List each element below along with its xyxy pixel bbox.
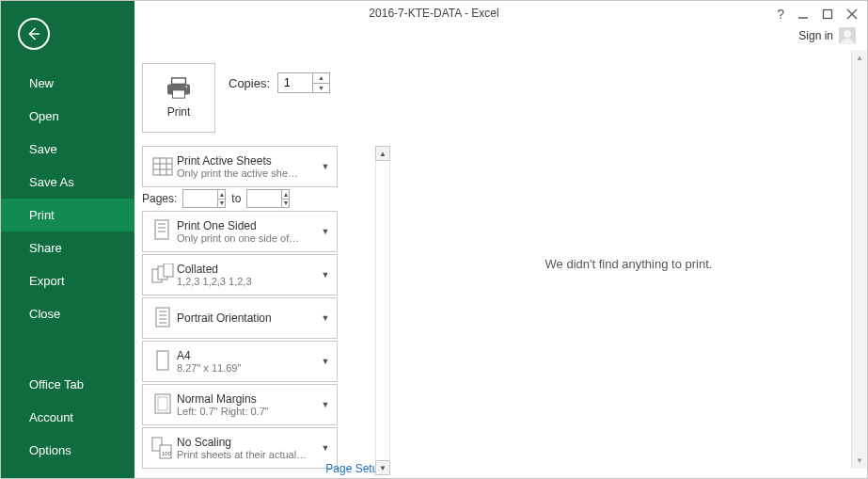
opt-title: Normal Margins (177, 392, 320, 406)
chevron-down-icon: ▼ (320, 227, 331, 236)
backstage-sidebar: New Open Save Save As Print Share Export… (1, 1, 134, 478)
menu-account[interactable]: Account (1, 401, 134, 434)
copies-input[interactable] (278, 73, 312, 92)
scroll-track[interactable] (375, 161, 390, 460)
printer-icon (165, 77, 193, 100)
spin-down-icon[interactable]: ▼ (282, 200, 289, 208)
opt-scaling[interactable]: 100 No Scaling Print sheets at their act… (142, 427, 338, 469)
copies-label: Copies: (229, 76, 270, 90)
pages-row: Pages: ▲▼ to ▲▼ (142, 189, 290, 208)
margins-icon (149, 391, 177, 419)
pages-to-input[interactable] (247, 190, 281, 207)
opt-print-active-sheets[interactable]: Print Active Sheets Only print the activ… (142, 146, 338, 187)
print-settings-panel: Print Copies: ▲ ▼ Print Active Sheets On… (134, 50, 390, 478)
opt-sub: Only print the active she… (177, 168, 320, 179)
preview-scrollbar[interactable]: ▲ ▼ (851, 50, 867, 469)
preview-empty-message: We didn't find anything to print. (545, 257, 713, 271)
page-icon (149, 347, 177, 375)
opt-title: Print One Sided (177, 219, 320, 232)
back-button[interactable] (18, 18, 50, 50)
pages-to-label: to (231, 192, 241, 205)
svg-rect-28 (158, 397, 167, 410)
spin-down-icon[interactable]: ▼ (313, 84, 329, 93)
collated-icon (149, 261, 177, 289)
opt-orientation[interactable]: Portrait Orientation ▼ (142, 297, 338, 339)
opt-sub: 8.27" x 11.69" (177, 362, 320, 374)
opt-title: No Scaling (177, 436, 320, 449)
print-button-label: Print (167, 105, 191, 119)
opt-title: Collated (177, 263, 320, 276)
chevron-down-icon: ▼ (320, 313, 331, 323)
svg-point-8 (185, 86, 187, 88)
svg-rect-14 (155, 220, 168, 239)
scroll-up-icon[interactable]: ▲ (852, 50, 867, 66)
settings-scrollbar[interactable]: ▲ ▼ (375, 146, 390, 475)
scroll-down-icon[interactable]: ▼ (852, 453, 867, 469)
svg-rect-20 (164, 263, 173, 277)
window-controls: ? (777, 7, 858, 22)
opt-title: A4 (177, 349, 320, 362)
pages-from-input[interactable] (183, 190, 217, 207)
menu-new[interactable]: New (1, 67, 134, 100)
svg-rect-5 (172, 78, 186, 84)
pages-from-spinner[interactable]: ▲▼ (182, 189, 226, 208)
help-icon[interactable]: ? (777, 7, 784, 22)
opt-sub: Print sheets at their actual… (177, 449, 320, 460)
copies-spinner[interactable]: ▲ ▼ (277, 72, 330, 93)
opt-sub: 1,2,3 1,2,3 1,2,3 (177, 276, 320, 287)
sheets-icon (149, 152, 177, 181)
print-preview-panel: We didn't find anything to print. ▲ ▼ (390, 50, 867, 478)
opt-print-one-sided[interactable]: Print One Sided Only print on one side o… (142, 211, 338, 252)
svg-rect-26 (157, 351, 168, 370)
menu-print[interactable]: Print (1, 199, 134, 232)
chevron-down-icon: ▼ (320, 270, 331, 279)
chevron-down-icon: ▼ (320, 162, 331, 171)
copies-row: Copies: ▲ ▼ (229, 72, 330, 93)
one-sided-icon (149, 217, 177, 246)
menu-office-tab[interactable]: Office Tab (1, 368, 134, 401)
signin-label: Sign in (798, 29, 833, 42)
chevron-down-icon: ▼ (320, 400, 331, 409)
print-button[interactable]: Print (142, 63, 215, 133)
avatar-icon (839, 27, 856, 44)
copies-spin-buttons[interactable]: ▲ ▼ (312, 73, 329, 92)
menu-open[interactable]: Open (1, 100, 134, 133)
pages-to-spinner[interactable]: ▲▼ (246, 189, 290, 208)
spin-up-icon[interactable]: ▲ (218, 190, 225, 200)
opt-margins[interactable]: Normal Margins Left: 0.7" Right: 0.7" ▼ (142, 384, 338, 425)
chevron-down-icon: ▼ (320, 443, 331, 453)
signin-row[interactable]: Sign in (798, 27, 856, 44)
scroll-up-icon[interactable]: ▲ (375, 146, 390, 161)
close-button[interactable] (846, 8, 858, 20)
opt-sub: Left: 0.7" Right: 0.7" (177, 406, 320, 417)
scaling-icon: 100 (149, 434, 177, 462)
restore-button[interactable] (822, 8, 833, 20)
opt-collated[interactable]: Collated 1,2,3 1,2,3 1,2,3 ▼ (142, 254, 338, 295)
menu-close[interactable]: Close (1, 297, 134, 330)
svg-rect-9 (153, 158, 172, 175)
opt-sub: Only print on one side of… (177, 232, 320, 244)
spin-up-icon[interactable]: ▲ (313, 73, 329, 84)
svg-rect-21 (156, 308, 169, 327)
menu-options[interactable]: Options (1, 434, 134, 467)
chevron-down-icon: ▼ (320, 357, 331, 366)
spin-buttons[interactable]: ▲▼ (281, 190, 289, 207)
menu-export[interactable]: Export (1, 264, 134, 297)
menu-save-as[interactable]: Save As (1, 166, 134, 199)
backstage-menu: New Open Save Save As Print Share Export… (1, 67, 134, 467)
menu-save[interactable]: Save (1, 133, 134, 166)
svg-rect-1 (824, 10, 832, 19)
spin-buttons[interactable]: ▲▼ (217, 190, 225, 207)
portrait-icon (149, 304, 177, 332)
spin-down-icon[interactable]: ▼ (218, 200, 225, 208)
minimize-button[interactable] (797, 8, 809, 20)
opt-paper-size[interactable]: A4 8.27" x 11.69" ▼ (142, 341, 338, 382)
menu-share[interactable]: Share (1, 232, 134, 264)
opt-title: Print Active Sheets (177, 154, 320, 168)
spin-up-icon[interactable]: ▲ (282, 190, 289, 200)
menu-spacer (1, 330, 134, 368)
scroll-down-icon[interactable]: ▼ (375, 460, 390, 475)
arrow-left-icon (25, 25, 42, 42)
svg-rect-7 (173, 90, 185, 98)
svg-text:100: 100 (162, 451, 172, 456)
